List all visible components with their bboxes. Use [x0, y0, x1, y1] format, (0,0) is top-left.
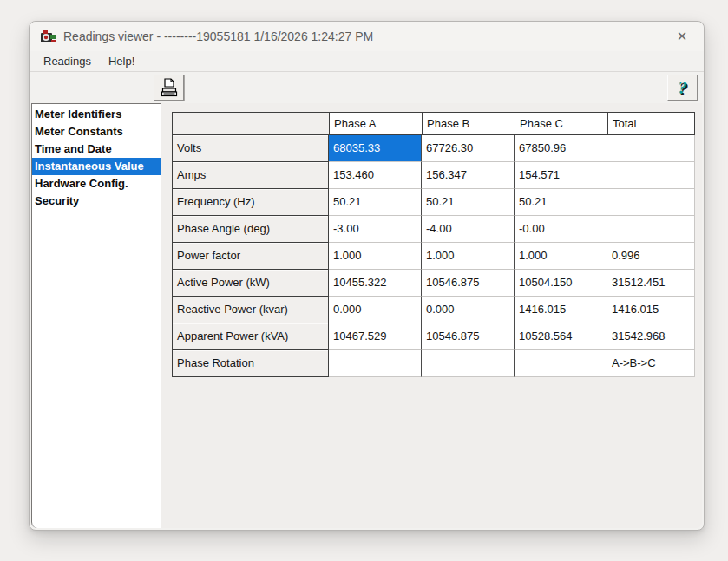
- cell-volts-phase-a[interactable]: 68035.33: [329, 135, 422, 162]
- cell-phase-angle-phase-b[interactable]: -4.00: [422, 216, 515, 243]
- menu-readings[interactable]: Readings: [36, 53, 98, 69]
- cell-power-factor-phase-a[interactable]: 1.000: [329, 243, 422, 270]
- cell-amps-phase-a[interactable]: 153.460: [329, 162, 422, 189]
- row-label-power-factor: Power factor: [172, 243, 329, 270]
- cell-reactive-power-phase-a[interactable]: 0.000: [329, 297, 422, 323]
- readings-table: Phase A Phase B Phase C Total Volts 6803…: [172, 112, 695, 377]
- sidebar-item-meter-constants[interactable]: Meter Constants: [32, 123, 161, 140]
- print-button[interactable]: [154, 75, 184, 101]
- cell-phase-rotation-phase-c[interactable]: [515, 350, 607, 377]
- cell-volts-total[interactable]: [607, 135, 695, 162]
- row-label-reactive-power: Reactive Power (kvar): [172, 297, 329, 323]
- close-icon[interactable]: ✕: [669, 25, 695, 48]
- sidebar-item-hardware-config[interactable]: Hardware Config.: [32, 175, 161, 192]
- window-title: Readings viewer - --------19055181 1/16/…: [63, 29, 373, 43]
- column-header-phase-b: Phase B: [422, 112, 515, 135]
- cell-power-factor-phase-c[interactable]: 1.000: [515, 243, 607, 270]
- row-label-active-power: Active Power (kW): [172, 270, 329, 297]
- cell-reactive-power-total[interactable]: 1416.015: [607, 297, 695, 323]
- cell-active-power-phase-c[interactable]: 10504.150: [515, 270, 607, 297]
- cell-reactive-power-phase-c[interactable]: 1416.015: [515, 297, 607, 323]
- row-label-amps: Amps: [172, 162, 329, 189]
- row-label-apparent-power: Apparent Power (kVA): [172, 323, 329, 350]
- cell-power-factor-total[interactable]: 0.996: [607, 243, 695, 270]
- cell-frequency-total[interactable]: [607, 189, 695, 216]
- cell-phase-rotation-phase-a[interactable]: [329, 350, 422, 377]
- cell-apparent-power-phase-a[interactable]: 10467.529: [329, 323, 422, 350]
- menu-help[interactable]: Help!: [102, 53, 141, 69]
- cell-reactive-power-phase-b[interactable]: 0.000: [422, 297, 515, 323]
- cell-phase-rotation-total[interactable]: A->B->C: [607, 350, 695, 377]
- row-label-phase-angle: Phase Angle (deg): [172, 216, 329, 243]
- cell-frequency-phase-a[interactable]: 50.21: [329, 189, 422, 216]
- cell-phase-angle-total[interactable]: [607, 216, 695, 243]
- row-label-frequency: Frequency (Hz): [172, 189, 329, 216]
- app-icon: [40, 29, 56, 44]
- help-icon: ?: [678, 79, 687, 97]
- toolbar: ?: [30, 73, 704, 103]
- title-bar: Readings viewer - --------19055181 1/16/…: [30, 22, 704, 51]
- row-label-volts: Volts: [172, 135, 329, 162]
- sidebar-item-instantaneous-value[interactable]: Instantaneous Value: [32, 158, 161, 175]
- column-header-total: Total: [607, 112, 695, 135]
- cell-apparent-power-phase-c[interactable]: 10528.564: [515, 323, 607, 350]
- cell-apparent-power-phase-b[interactable]: 10546.875: [422, 323, 515, 350]
- cell-phase-rotation-phase-b[interactable]: [422, 350, 515, 377]
- column-header-phase-a: Phase A: [329, 112, 422, 135]
- cell-active-power-phase-a[interactable]: 10455.322: [329, 270, 422, 297]
- column-header-empty: [172, 112, 329, 135]
- row-label-phase-rotation: Phase Rotation: [172, 350, 329, 377]
- cell-amps-phase-c[interactable]: 154.571: [515, 162, 607, 189]
- cell-apparent-power-total[interactable]: 31542.968: [607, 323, 695, 350]
- cell-phase-angle-phase-c[interactable]: -0.00: [515, 216, 607, 243]
- cell-volts-phase-b[interactable]: 67726.30: [422, 135, 515, 162]
- sidebar-item-security[interactable]: Security: [32, 192, 161, 210]
- cell-frequency-phase-c[interactable]: 50.21: [515, 189, 607, 216]
- menu-bar: Readings Help!: [30, 51, 704, 72]
- cell-power-factor-phase-b[interactable]: 1.000: [422, 243, 515, 270]
- help-button[interactable]: ?: [667, 75, 698, 101]
- cell-active-power-total[interactable]: 31512.451: [607, 270, 695, 297]
- print-icon: [160, 78, 179, 97]
- cell-frequency-phase-b[interactable]: 50.21: [422, 189, 515, 216]
- cell-amps-phase-b[interactable]: 156.347: [422, 162, 515, 189]
- sidebar-item-time-and-date[interactable]: Time and Date: [32, 140, 161, 158]
- cell-active-power-phase-b[interactable]: 10546.875: [422, 270, 515, 297]
- cell-volts-phase-c[interactable]: 67850.96: [515, 135, 607, 162]
- readings-viewer-window: Readings viewer - --------19055181 1/16/…: [29, 21, 705, 531]
- category-list: Meter Identifiers Meter Constants Time a…: [31, 103, 161, 528]
- cell-amps-total[interactable]: [607, 162, 695, 189]
- column-header-phase-c: Phase C: [515, 112, 607, 135]
- cell-phase-angle-phase-a[interactable]: -3.00: [329, 216, 422, 243]
- sidebar-item-meter-identifiers[interactable]: Meter Identifiers: [32, 106, 161, 123]
